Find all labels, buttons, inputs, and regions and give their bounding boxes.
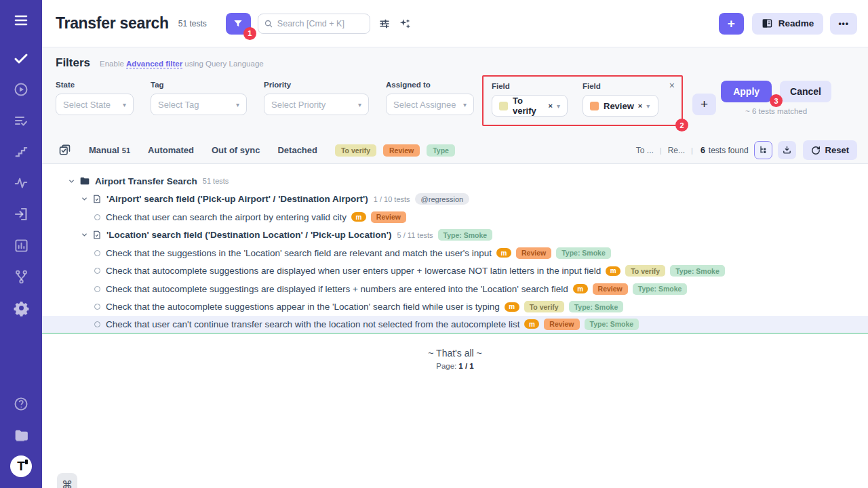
- projects-folder-icon[interactable]: [6, 422, 36, 449]
- review-color-swatch: [590, 102, 599, 110]
- test-row[interactable]: Check that autocomplete suggestings are …: [42, 280, 868, 298]
- ai-sparkles-icon[interactable]: [399, 18, 411, 30]
- settings-gear-icon[interactable]: [6, 294, 36, 321]
- field-label: Field: [492, 82, 568, 90]
- caret-down-icon: ▾: [123, 101, 126, 108]
- test-row[interactable]: Check that user can search the airport b…: [42, 208, 868, 226]
- caret-down-icon: ▾: [557, 102, 560, 110]
- logo[interactable]: T: [6, 453, 36, 480]
- advanced-filter-link[interactable]: Advanced filter: [126, 60, 182, 68]
- to-verify-badge: To verify: [625, 265, 665, 277]
- filter-assignee: Assigned to Select Assignee ▾: [386, 75, 474, 115]
- activity-pulse-icon[interactable]: [6, 169, 36, 197]
- add-field-button[interactable]: +: [692, 94, 716, 115]
- filters-heading: Filters: [56, 56, 90, 70]
- app-root: T Transfer search 51 tests 1: [0, 0, 868, 488]
- chevron-down-icon[interactable]: [81, 195, 88, 203]
- column-to-truncated[interactable]: To ...: [636, 146, 654, 155]
- test-circle-icon: [94, 268, 100, 274]
- command-icon: ⌘: [62, 479, 73, 488]
- readme-button[interactable]: Readme: [752, 13, 824, 35]
- milestones-steps-icon[interactable]: [6, 138, 36, 165]
- tree-view-button[interactable]: [754, 141, 772, 159]
- plans-list-check-icon[interactable]: [6, 107, 36, 134]
- branch-icon[interactable]: [6, 263, 36, 290]
- manual-badge: m: [573, 284, 588, 293]
- menu-icon[interactable]: [6, 7, 36, 34]
- test-circle-icon: [94, 214, 100, 220]
- folder-row[interactable]: Airport Transfer Search 51 tests: [42, 172, 868, 190]
- close-icon[interactable]: ×: [669, 81, 675, 90]
- suite-row[interactable]: 'Location' search field ('Destination Lo…: [42, 226, 868, 245]
- test-row[interactable]: Check that the suggestions in the 'Locat…: [42, 244, 868, 262]
- filters-section: Filters Enable Advanced filter using Que…: [42, 47, 868, 137]
- field-label: Field: [583, 82, 658, 90]
- apply-button[interactable]: Apply: [721, 81, 772, 102]
- filter-pill-to-verify[interactable]: To verify: [335, 144, 376, 157]
- tab-out-of-sync[interactable]: Out of sync: [212, 145, 260, 155]
- download-icon: [782, 145, 792, 155]
- caret-down-icon: ▾: [358, 101, 361, 108]
- field-select-review[interactable]: Review × ▾: [583, 95, 658, 117]
- test-title: Check that autocomplete suggestings are …: [106, 284, 568, 294]
- tests-found-count: 6: [701, 146, 705, 155]
- state-select[interactable]: Select State ▾: [56, 94, 134, 115]
- assignee-select[interactable]: Select Assignee ▾: [386, 94, 474, 115]
- test-title: Check that autocomplete suggestions are …: [106, 266, 601, 276]
- suite-row[interactable]: 'Airport' search field ('Pick-up Airport…: [42, 190, 868, 209]
- filter-pill-type[interactable]: Type: [427, 144, 455, 157]
- runs-play-icon[interactable]: [6, 76, 36, 103]
- tests-tree: Airport Transfer Search 51 tests 'Airpor…: [42, 164, 868, 488]
- test-title: Check that user can't continue transfer …: [106, 319, 519, 329]
- column-re-truncated[interactable]: Re...: [668, 146, 685, 155]
- folder-icon: [79, 176, 90, 186]
- type-smoke-badge: Type: Smoke: [569, 301, 624, 312]
- annotation-badge-3: 3: [770, 94, 783, 107]
- search-box[interactable]: [258, 14, 370, 34]
- select-all-check-square-icon[interactable]: [58, 144, 71, 157]
- state-label: State: [56, 81, 134, 89]
- tests-check-icon[interactable]: [6, 45, 36, 72]
- tab-detached[interactable]: Detached: [277, 145, 317, 155]
- chevron-down-icon[interactable]: [68, 178, 75, 185]
- report-chart-icon[interactable]: [6, 232, 36, 259]
- separator: |: [691, 146, 693, 155]
- filter-button[interactable]: 1: [226, 13, 251, 35]
- test-circle-icon: [94, 250, 100, 256]
- filter-pill-review[interactable]: Review: [383, 144, 420, 157]
- more-button[interactable]: •••: [830, 13, 857, 35]
- test-row-selected[interactable]: Check that user can't continue transfer …: [42, 316, 868, 334]
- command-key-button[interactable]: ⌘: [57, 473, 77, 488]
- download-button[interactable]: [778, 141, 796, 159]
- to-verify-badge: To verify: [524, 301, 564, 312]
- search-settings-sliders-icon[interactable]: [378, 18, 391, 30]
- field-select-to-verify[interactable]: To verify × ▾: [492, 95, 568, 117]
- add-button[interactable]: +: [719, 13, 744, 35]
- separator: |: [660, 146, 662, 155]
- type-smoke-badge: Type: Smoke: [438, 229, 493, 241]
- tag-select[interactable]: Select Tag ▾: [151, 94, 247, 115]
- page-title: Transfer search: [56, 14, 169, 33]
- custom-fields-annotation-box: × Field To verify × ▾ Field: [482, 75, 683, 126]
- cancel-button[interactable]: Cancel: [780, 81, 831, 102]
- remove-chip-icon[interactable]: ×: [549, 102, 553, 110]
- test-title: Check that the suggestions in the 'Locat…: [106, 248, 492, 258]
- funnel-icon: [233, 18, 243, 29]
- manual-badge: m: [505, 302, 519, 312]
- import-icon[interactable]: [6, 201, 36, 228]
- filter-tag: Tag Select Tag ▾: [151, 75, 247, 115]
- manual-badge: m: [351, 212, 366, 222]
- header-tests-count: 51 tests: [178, 19, 207, 28]
- help-icon[interactable]: [6, 390, 36, 418]
- search-input[interactable]: [277, 19, 364, 28]
- remove-chip-icon[interactable]: ×: [638, 102, 642, 110]
- folder-title: Airport Transfer Search: [95, 176, 197, 186]
- tab-automated[interactable]: Automated: [148, 145, 194, 155]
- suite-meta: 5 / 11 tests: [397, 231, 433, 239]
- test-row[interactable]: Check that autocomplete suggestions are …: [42, 262, 868, 281]
- reset-button[interactable]: Reset: [803, 140, 857, 160]
- chevron-down-icon[interactable]: [81, 231, 88, 239]
- priority-select[interactable]: Select Priority ▾: [264, 94, 369, 115]
- tab-manual[interactable]: Manual51: [89, 145, 130, 155]
- test-row[interactable]: Check that the autocomplete suggestions …: [42, 298, 868, 317]
